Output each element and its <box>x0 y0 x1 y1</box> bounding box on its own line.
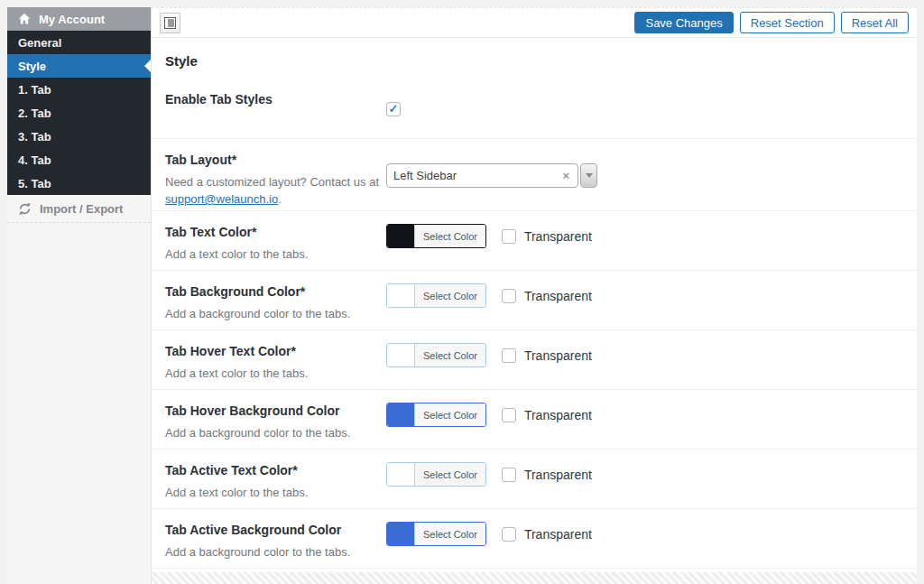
sidebar-item-tab-2[interactable]: 2. Tab <box>7 101 151 125</box>
color-picker-button[interactable]: Select Color <box>386 403 486 427</box>
sync-icon <box>18 202 32 216</box>
sidebar-item-label: Style <box>18 60 46 73</box>
transparent-checkbox[interactable] <box>502 408 516 422</box>
transparent-option[interactable]: Transparent <box>502 527 592 542</box>
sidebar-nav: General Style 1. Tab 2. Tab 3. Tab 4. Ta… <box>7 31 151 195</box>
field-description: Add a background color to the tabs. <box>165 544 386 561</box>
toolbar: Save Changes Reset Section Reset All <box>152 8 917 38</box>
sidebar-item-label: 4. Tab <box>18 153 51 167</box>
sidebar-item-style[interactable]: Style <box>7 54 151 78</box>
settings-panel: My Account General Style 1. Tab 2. Tab 3… <box>7 7 917 584</box>
transparent-checkbox[interactable] <box>502 289 516 303</box>
transparent-checkbox[interactable] <box>502 468 516 482</box>
field-row-tab-text-color: Tab Text Color* Add a text color to the … <box>152 211 917 271</box>
select-color-label: Select Color <box>414 403 485 426</box>
field-row-tab-layout: Tab Layout* Need a customized layout? Co… <box>152 139 917 211</box>
field-label: Enable Tab Styles <box>165 91 386 107</box>
sidebar-item-tab-3[interactable]: 3. Tab <box>7 125 151 148</box>
color-picker-button[interactable]: Select Color <box>386 462 486 487</box>
select-color-label: Select Color <box>414 523 485 545</box>
enable-tab-styles-checkbox[interactable]: ✓ <box>386 102 401 116</box>
field-row-tab-hover-text-color: Tab Hover Text Color* Add a text color t… <box>152 330 917 390</box>
select-value-box[interactable]: Left Sidebar × <box>386 163 578 188</box>
reset-section-button[interactable]: Reset Section <box>740 12 835 33</box>
active-arrow <box>144 60 151 72</box>
sidebar-item-tab-1[interactable]: 1. Tab <box>7 78 151 101</box>
transparent-option[interactable]: Transparent <box>502 348 592 363</box>
chevron-down-icon <box>586 173 593 178</box>
sidebar-item-label: 5. Tab <box>18 177 51 190</box>
color-picker-button[interactable]: Select Color <box>386 343 486 367</box>
content-area: Save Changes Reset Section Reset All Sty… <box>152 7 917 584</box>
field-row-tab-hover-background-color: Tab Hover Background Color Add a backgro… <box>152 390 917 450</box>
section-title: Style <box>152 38 917 79</box>
transparent-label: Transparent <box>524 527 592 542</box>
field-description: Add a text color to the tabs. <box>165 485 386 502</box>
sidebar-item-label: 1. Tab <box>18 83 51 97</box>
field-label: Tab Hover Background Color <box>165 403 386 419</box>
field-description-suffix: . <box>278 192 282 206</box>
field-row-enable-tab-styles: Enable Tab Styles ✓ <box>152 79 917 139</box>
tab-layout-select[interactable]: Left Sidebar × <box>386 163 597 188</box>
expand-options-button[interactable] <box>160 13 180 33</box>
sidebar-item-label: General <box>18 36 61 50</box>
support-email-link[interactable]: support@welaunch.io <box>165 192 278 206</box>
field-description: Add a text color to the tabs. <box>165 366 386 383</box>
field-description: Add a background color to the tabs. <box>165 306 386 323</box>
color-swatch <box>387 463 414 486</box>
sidebar-item-label: 3. Tab <box>18 130 51 144</box>
transparent-option[interactable]: Transparent <box>502 408 592 422</box>
transparent-checkbox[interactable] <box>502 229 516 244</box>
field-description: Need a customized layout? Contact us at … <box>165 174 386 209</box>
sidebar-item-label: 2. Tab <box>18 107 51 120</box>
transparent-checkbox[interactable] <box>502 348 516 363</box>
transparent-checkbox[interactable] <box>502 527 516 542</box>
field-row-tab-active-text-color: Tab Active Text Color* Add a text color … <box>152 450 917 509</box>
field-row-tab-active-background-color: Tab Active Background Color Add a backgr… <box>152 509 917 569</box>
field-label: Tab Active Background Color <box>165 522 386 538</box>
field-label: Tab Text Color* <box>165 224 386 240</box>
field-label: Tab Active Text Color* <box>165 462 386 478</box>
color-picker-button[interactable]: Select Color <box>386 283 486 308</box>
transparent-label: Transparent <box>524 468 592 482</box>
sidebar: My Account General Style 1. Tab 2. Tab 3… <box>7 7 152 584</box>
sidebar-item-general[interactable]: General <box>7 31 151 54</box>
field-label: Tab Background Color* <box>165 283 386 300</box>
sidebar-item-import-export[interactable]: Import / Export <box>7 195 151 223</box>
select-color-label: Select Color <box>414 344 485 366</box>
transparent-option[interactable]: Transparent <box>502 289 592 303</box>
field-description-text: Need a customized layout? Contact us at <box>165 175 379 189</box>
select-color-label: Select Color <box>414 284 485 307</box>
transparent-label: Transparent <box>524 348 592 363</box>
color-swatch <box>387 225 414 247</box>
panel-title-label: My Account <box>39 13 105 26</box>
field-description: Add a background color to the tabs. <box>165 425 386 442</box>
transparent-label: Transparent <box>524 408 592 422</box>
sidebar-item-tab-5[interactable]: 5. Tab <box>7 171 151 195</box>
content-footer-hatch <box>152 572 917 584</box>
import-export-label: Import / Export <box>40 202 123 216</box>
select-color-label: Select Color <box>414 225 485 247</box>
field-description: Add a text color to the tabs. <box>165 246 386 264</box>
field-label: Tab Layout* <box>165 152 386 168</box>
reset-all-button[interactable]: Reset All <box>841 12 909 33</box>
home-icon <box>18 13 31 25</box>
color-picker-button[interactable]: Select Color <box>386 224 486 248</box>
field-row-tab-background-color: Tab Background Color* Add a background c… <box>152 271 917 330</box>
layout-icon <box>164 17 176 29</box>
select-color-label: Select Color <box>414 463 485 486</box>
transparent-option[interactable]: Transparent <box>502 229 592 244</box>
field-label: Tab Hover Text Color* <box>165 343 386 359</box>
transparent-label: Transparent <box>524 229 592 244</box>
transparent-option[interactable]: Transparent <box>502 468 592 482</box>
clear-selection-icon[interactable]: × <box>560 169 571 182</box>
transparent-label: Transparent <box>524 289 592 303</box>
select-dropdown-button[interactable] <box>580 163 597 188</box>
color-swatch <box>387 403 414 426</box>
color-swatch <box>387 523 414 545</box>
save-changes-button[interactable]: Save Changes <box>634 12 733 33</box>
sidebar-item-tab-4[interactable]: 4. Tab <box>7 148 151 171</box>
color-picker-button[interactable]: Select Color <box>386 522 486 546</box>
selected-option: Left Sidebar <box>393 169 560 182</box>
panel-title: My Account <box>7 7 151 31</box>
